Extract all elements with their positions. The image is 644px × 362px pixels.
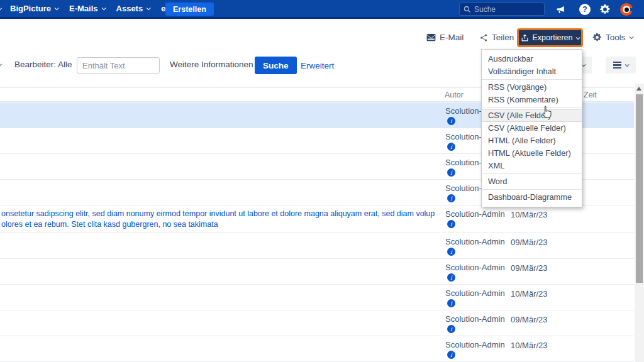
tools-button[interactable]: Tools	[592, 33, 633, 42]
email-button[interactable]: E-Mail	[426, 33, 464, 42]
row-author: Scolution-Admin	[445, 288, 505, 298]
advanced-search-link[interactable]: Erweitert	[301, 61, 334, 70]
info-icon[interactable]: i	[447, 273, 455, 282]
list-layout-icon	[613, 62, 621, 69]
menu-item-csv-aktuelle-felder-[interactable]: CSV (Aktuelle Felder)	[482, 122, 582, 134]
help-glyph: ?	[579, 4, 591, 15]
assignee-dropdown[interactable]: Bearbeiter: Alle	[14, 60, 80, 69]
layout-options-button[interactable]	[606, 57, 636, 74]
more-info-label: Weitere Informationen	[170, 60, 253, 69]
info-icon[interactable]: i	[447, 117, 455, 125]
vertical-scrollbar[interactable]	[635, 84, 644, 362]
chevron-down-icon[interactable]	[0, 62, 2, 67]
create-button[interactable]: Erstellen	[165, 3, 214, 16]
nav-item-label: BigPicture	[10, 4, 51, 13]
export-label: Exportieren	[533, 33, 573, 42]
table-row[interactable]: onsetetur sadipscing elitr, sed diam non…	[0, 206, 634, 233]
envelope-icon	[426, 33, 436, 41]
info-icon[interactable]: i	[447, 168, 455, 177]
chevron-down-icon	[55, 6, 59, 10]
menu-item-rss-vorg-nge-[interactable]: RSS (Vorgänge)	[482, 81, 582, 94]
top-navigation: BigPictureE-MailsAssetseazyBI Erstellen …	[0, 0, 644, 19]
chevron-down-icon	[625, 62, 630, 67]
more-info-dropdown[interactable]: Weitere Informationen	[170, 60, 261, 69]
scrollbar-thumb[interactable]	[636, 94, 643, 283]
avatar[interactable]	[619, 3, 633, 16]
row-time: 09/Mär/23	[511, 238, 548, 247]
help-icon[interactable]: ?	[578, 3, 592, 16]
chevron-down-icon	[147, 6, 151, 10]
summary-line: onsetetur sadipscing elitr, sed diam non…	[1, 209, 435, 219]
assignee-label: Bearbeiter: Alle	[14, 60, 72, 69]
email-label: E-Mail	[440, 33, 464, 42]
nav-item-e-mails[interactable]: E-Mails	[69, 4, 105, 13]
share-button[interactable]: Teilen	[479, 33, 514, 42]
share-icon	[479, 33, 488, 42]
info-icon[interactable]: i	[447, 143, 455, 151]
chevron-down-icon	[101, 6, 106, 10]
announcements-icon[interactable]	[553, 3, 567, 16]
chevron-down-icon	[629, 35, 633, 39]
share-label: Teilen	[492, 33, 514, 42]
export-menu: AusdruckbarVollständiger InhaltRSS (Vorg…	[481, 49, 582, 207]
column-header-autor[interactable]: Autor	[445, 90, 464, 99]
row-author: Scolution-Admin	[445, 237, 505, 246]
gear-icon	[592, 33, 602, 42]
row-time: 09/Mär/23	[511, 263, 548, 273]
menu-item-word[interactable]: Word	[482, 175, 582, 188]
export-menu-group: RSS (Vorgänge)RSS (Kommentare)	[482, 79, 582, 106]
menu-item-ausdruckbar[interactable]: Ausdruckbar	[482, 53, 582, 65]
menu-item-rss-kommentare-[interactable]: RSS (Kommentare)	[482, 94, 582, 106]
row-author: Scolution-Admin	[445, 209, 505, 219]
info-icon[interactable]: i	[447, 194, 455, 202]
row-time: 10/Mär/23	[511, 289, 548, 299]
column-header-zeit[interactable]: Zeit	[584, 90, 597, 99]
info-icon[interactable]: i	[447, 220, 455, 228]
scroll-up-icon[interactable]	[636, 87, 641, 90]
gear-icon[interactable]	[598, 3, 612, 16]
export-menu-group: Dashboard-Diagramme	[482, 189, 582, 204]
table-row[interactable]: Scolution-Admini10/Mär/23	[0, 285, 634, 310]
export-button[interactable]: Exportieren	[517, 28, 583, 47]
table-row[interactable]: Scolution-Admini10/Mär/23	[0, 336, 634, 362]
menu-item-dashboard-diagramme[interactable]: Dashboard-Diagramme	[482, 191, 582, 204]
export-menu-group: AusdruckbarVollständiger Inhalt	[482, 53, 582, 78]
summary-line: olores et ea rebum. Stet clita kasd gube…	[1, 219, 435, 230]
nav-item-label: Assets	[116, 4, 143, 13]
search-submit-button[interactable]: Suche	[255, 57, 297, 74]
info-icon[interactable]: i	[447, 325, 455, 333]
global-search[interactable]	[459, 3, 545, 16]
row-time: 10/Mär/23	[511, 210, 548, 219]
profile-logo-icon	[620, 3, 633, 16]
menu-item-html-alle-felder-[interactable]: HTML (Alle Felder)	[482, 134, 582, 147]
tools-label: Tools	[606, 33, 626, 42]
nav-item-label: E-Mails	[69, 4, 98, 13]
menu-item-vollst-ndiger-inhalt[interactable]: Vollständiger Inhalt	[482, 65, 582, 78]
screen: BigPictureE-MailsAssetseazyBI Erstellen …	[0, 0, 644, 362]
table-row[interactable]: Scolution-Admini09/Mär/23	[0, 259, 634, 285]
export-icon	[521, 34, 529, 42]
contains-text-input[interactable]	[77, 57, 160, 74]
row-time: 10/Mär/23	[511, 341, 548, 350]
menu-item-xml[interactable]: XML	[482, 160, 582, 172]
search-input[interactable]	[474, 5, 537, 14]
info-icon[interactable]: i	[447, 248, 455, 256]
row-author: Scolution-Admin	[445, 340, 505, 349]
row-author: Scolution-Admin	[445, 314, 505, 324]
info-icon[interactable]: i	[447, 299, 455, 307]
row-time: 09/Mär/23	[511, 315, 548, 324]
row-summary-link[interactable]: onsetetur sadipscing elitr, sed diam non…	[1, 209, 435, 229]
menu-item-html-aktuelle-felder-[interactable]: HTML (Aktuelle Felder)	[482, 147, 582, 160]
info-icon[interactable]: i	[447, 351, 455, 359]
table-row[interactable]: Scolution-Admini09/Mär/23	[0, 310, 634, 336]
top-nav-items: BigPictureE-MailsAssetseazyBI	[10, 0, 187, 17]
row-author: Scolution-Admin	[445, 263, 505, 272]
search-icon	[464, 6, 471, 13]
chevron-down-icon[interactable]	[0, 6, 2, 11]
menu-item-csv-alle-felder-[interactable]: CSV (Alle Felder)	[482, 109, 582, 122]
table-row[interactable]: Scolution-Admini09/Mär/23	[0, 233, 634, 259]
nav-item-assets[interactable]: Assets	[116, 4, 150, 13]
export-menu-group: CSV (Alle Felder)CSV (Aktuelle Felder)HT…	[482, 107, 582, 172]
export-menu-group: Word	[482, 173, 582, 188]
nav-item-bigpicture[interactable]: BigPicture	[10, 4, 58, 13]
